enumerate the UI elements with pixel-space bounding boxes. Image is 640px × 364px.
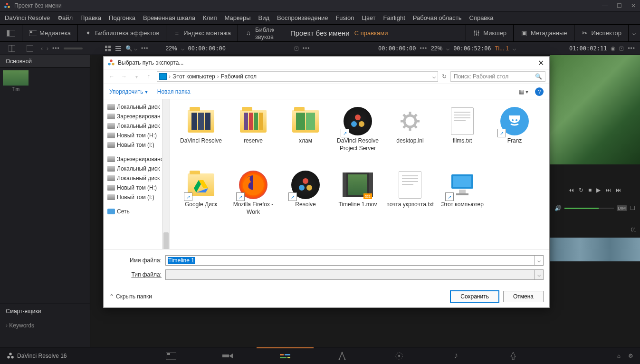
stop-icon[interactable]: ■ bbox=[588, 187, 592, 193]
menu-view[interactable]: Вид bbox=[258, 14, 270, 21]
menu-playback[interactable]: Воспроизведение bbox=[277, 14, 328, 21]
prev-clip-icon[interactable]: ⏮ bbox=[568, 187, 574, 193]
clip-thumbnail[interactable] bbox=[3, 70, 29, 86]
nav-recent-button[interactable]: ▾ bbox=[132, 74, 141, 79]
dialog-close-button[interactable]: ✕ bbox=[536, 58, 545, 67]
end-icon[interactable]: ⏭ bbox=[616, 187, 621, 193]
menu-davinci[interactable]: DaVinci Resolve bbox=[5, 14, 50, 21]
next-clip-icon[interactable]: ⏭ bbox=[605, 187, 611, 193]
toolbar-index[interactable]: ≡Индекс монтажа bbox=[166, 25, 238, 42]
file-item[interactable]: ↗Franz bbox=[488, 104, 541, 166]
file-item[interactable]: почта укрпочта.txt bbox=[384, 168, 436, 230]
file-item[interactable]: reserve bbox=[227, 104, 279, 166]
organize-button[interactable]: Упорядочить ▾ bbox=[109, 88, 148, 95]
new-folder-button[interactable]: Новая папка bbox=[157, 88, 191, 95]
tree-item[interactable]: Локальный диск bbox=[105, 173, 168, 183]
menu-clip[interactable]: Клип bbox=[203, 14, 217, 21]
file-item[interactable]: ↗Google Диск bbox=[175, 168, 227, 230]
nav-up-button[interactable]: ↑ bbox=[144, 73, 153, 80]
menu-workspace[interactable]: Рабочая область bbox=[413, 14, 462, 21]
fit-icon[interactable]: ⊡ bbox=[294, 45, 299, 52]
ellipsis-icon[interactable]: ••• bbox=[303, 45, 310, 52]
thumbnail-strip[interactable] bbox=[550, 238, 640, 261]
list-view-icon[interactable] bbox=[115, 45, 122, 52]
ellipsis-icon[interactable]: ••• bbox=[628, 45, 635, 52]
fit-icon[interactable]: ⊡ bbox=[619, 45, 624, 52]
view-mode-button[interactable]: ▦ ▾ bbox=[519, 88, 528, 95]
tree-item[interactable]: Локальный диск bbox=[105, 121, 168, 131]
filename-input[interactable]: Timeline 1⌵ bbox=[165, 255, 544, 266]
menu-trim[interactable]: Подгонка bbox=[109, 14, 135, 21]
timeline-name[interactable]: Ti... 1 bbox=[495, 45, 509, 52]
maximize-button[interactable]: ☐ bbox=[616, 2, 622, 9]
loop-icon[interactable]: ↻ bbox=[579, 187, 583, 193]
menu-markers[interactable]: Маркеры bbox=[224, 14, 250, 21]
dim-badge[interactable]: DIM bbox=[617, 205, 628, 211]
toolbar-effects[interactable]: ✦Библиотека эффектов bbox=[78, 25, 166, 42]
nav-forward-button[interactable]: → bbox=[120, 73, 128, 80]
layout-icon[interactable] bbox=[9, 45, 15, 52]
breadcrumb-dropdown[interactable]: ⌵ bbox=[432, 73, 436, 80]
sidebar-toggle-icon[interactable] bbox=[0, 25, 22, 42]
file-item[interactable]: ↗Mozilla Firefox - Work bbox=[227, 168, 279, 230]
zoom-percent-right[interactable]: 22% bbox=[431, 45, 442, 52]
file-item[interactable]: desktop.ini bbox=[384, 104, 436, 166]
minimize-button[interactable]: — bbox=[602, 2, 608, 9]
zoom-slider[interactable] bbox=[64, 48, 83, 49]
record-icon[interactable]: ◉ bbox=[611, 45, 615, 52]
zoom-percent-left[interactable]: 22% bbox=[166, 45, 177, 52]
file-item[interactable]: хлам bbox=[279, 104, 332, 166]
tree-item[interactable]: Новый том (H:) bbox=[105, 183, 168, 192]
breadcrumb[interactable]: › Этот компьютер › Рабочий стол ⌵ bbox=[157, 71, 438, 82]
tree-item[interactable]: Зарезервировано bbox=[105, 154, 168, 164]
toolbar-inspector[interactable]: ✂Инспектор bbox=[574, 25, 628, 42]
page-cut[interactable] bbox=[200, 347, 257, 364]
nav-back-button[interactable]: ← bbox=[107, 73, 116, 80]
search-input[interactable]: Поиск: Рабочий стол 🔍 bbox=[450, 71, 545, 82]
save-button[interactable]: Сохранить bbox=[450, 290, 499, 303]
menu-color[interactable]: Цвет bbox=[362, 14, 375, 21]
mono-icon[interactable]: ☐ bbox=[630, 205, 635, 211]
page-deliver[interactable] bbox=[485, 347, 542, 364]
file-item[interactable]: films.txt bbox=[436, 104, 488, 166]
tree-item[interactable]: Локальный диск bbox=[105, 164, 168, 173]
play-icon[interactable]: ▶ bbox=[596, 187, 601, 193]
menu-timeline[interactable]: Временная шкала bbox=[143, 14, 195, 21]
grid-icon[interactable] bbox=[105, 45, 111, 52]
toolbar-mixer[interactable]: Микшер bbox=[466, 25, 513, 42]
menu-fusion[interactable]: Fusion bbox=[335, 14, 354, 21]
tree-item-network[interactable]: Сеть bbox=[105, 207, 168, 216]
file-item[interactable]: ↗Этот компьютер bbox=[436, 168, 488, 230]
cancel-button[interactable]: Отмена bbox=[503, 291, 544, 302]
viewer-preview[interactable] bbox=[550, 55, 640, 164]
toolbar-metadata[interactable]: ▣Метаданные bbox=[514, 25, 574, 42]
tree-item[interactable]: Новый том (H:) bbox=[105, 131, 168, 140]
hide-folders-button[interactable]: ⌃ Скрыть папки bbox=[109, 293, 152, 300]
refresh-button[interactable]: ↻ bbox=[442, 73, 447, 80]
page-fairlight[interactable]: ♪ bbox=[428, 347, 485, 364]
keywords-item[interactable]: › Keywords bbox=[0, 318, 90, 333]
tree-item[interactable]: Новый том (I:) bbox=[105, 192, 168, 202]
tree-item[interactable]: Локальный диск bbox=[105, 102, 168, 112]
filetype-select[interactable]: ⌵ bbox=[165, 269, 544, 280]
menu-help[interactable]: Справка bbox=[469, 14, 493, 21]
bin-tab[interactable]: Основной bbox=[0, 55, 90, 68]
home-icon[interactable]: ⌂ bbox=[617, 353, 621, 359]
chevron-down-icon[interactable]: ⌵ bbox=[535, 270, 543, 279]
viewer-icon[interactable] bbox=[27, 45, 33, 52]
help-button[interactable]: ? bbox=[535, 87, 544, 96]
page-color[interactable] bbox=[371, 347, 428, 364]
file-item[interactable]: ↗DaVinci Resolve Project Server bbox=[332, 104, 384, 166]
page-fusion[interactable] bbox=[314, 347, 371, 364]
menu-fairlight[interactable]: Fairlight bbox=[383, 14, 405, 21]
tree-item[interactable]: Новый том (I:) bbox=[105, 140, 168, 150]
breadcrumb-segment[interactable]: Рабочий стол bbox=[221, 73, 257, 80]
close-button[interactable]: ✕ bbox=[630, 2, 636, 9]
file-item[interactable]: DaVinci Resolve bbox=[175, 104, 227, 166]
toolbar-media[interactable]: Медиатека bbox=[22, 25, 77, 42]
page-media[interactable] bbox=[143, 347, 200, 364]
toolbar-sound-library[interactable]: ♫Библиотека звуков bbox=[238, 25, 281, 42]
menu-edit[interactable]: Правка bbox=[80, 14, 101, 21]
speaker-icon[interactable]: 🔊 bbox=[554, 205, 562, 211]
ellipsis-icon[interactable]: ••• bbox=[420, 45, 427, 52]
